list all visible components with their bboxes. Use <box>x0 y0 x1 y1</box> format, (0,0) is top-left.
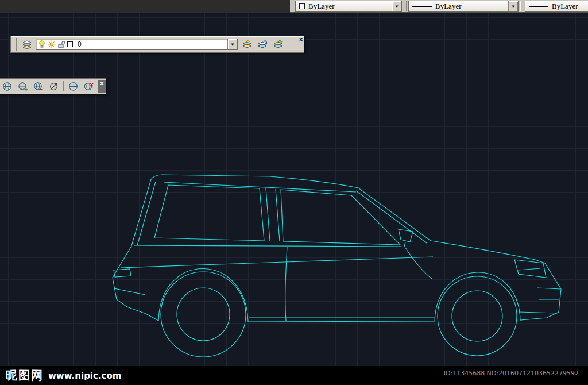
sphere-delete-icon <box>84 82 94 91</box>
toolbar-grip[interactable] <box>404 1 407 11</box>
nipic-site-text: www.nipic.com <box>48 371 121 381</box>
watermark-bar: 昵图网 www.nipic.com ID:11345688 NO:2016071… <box>0 366 588 385</box>
layer-control[interactable]: 0 ▼ <box>36 38 238 50</box>
close-icon[interactable]: x <box>98 80 106 93</box>
sphere-section-icon <box>68 82 78 91</box>
sphere-add-icon <box>18 82 28 91</box>
sphere-subtract-button[interactable] <box>31 79 45 93</box>
sphere-button[interactable] <box>0 79 14 93</box>
color-swatch-icon <box>299 3 305 9</box>
sphere-icon <box>2 82 12 91</box>
null-set-icon <box>49 82 59 91</box>
layer-previous-icon <box>257 40 268 49</box>
view-toolbar: x <box>0 78 106 94</box>
layers-toolbar: 0 ▼ x <box>10 36 304 53</box>
sphere-none-button[interactable] <box>47 79 61 93</box>
sphere-section-button[interactable] <box>66 79 80 93</box>
layer-previous-button[interactable] <box>255 37 269 51</box>
chevron-down-icon[interactable]: ▼ <box>392 1 401 11</box>
linetype-control[interactable]: ByLayer ▼ <box>408 1 519 12</box>
image-id-text: ID:11345688 NO:20160712103652279592 <box>444 369 579 377</box>
sphere-delete-button[interactable] <box>82 79 96 93</box>
make-object-layer-current-icon <box>242 40 252 49</box>
lineweight-control[interactable]: ByLayer <box>525 1 588 12</box>
layer-states-button[interactable] <box>270 37 285 51</box>
toolbar-grip[interactable] <box>14 38 17 51</box>
toolbar-grip[interactable] <box>520 1 523 11</box>
sphere-add-button[interactable] <box>16 79 30 93</box>
unlock-icon[interactable] <box>58 40 65 48</box>
lineweight-control-value: ByLayer <box>552 2 578 11</box>
sun-icon[interactable] <box>48 40 56 48</box>
linetype-control-value: ByLayer <box>435 2 461 11</box>
layer-states-icon <box>273 40 283 49</box>
lightbulb-icon[interactable] <box>38 40 45 48</box>
autocad-window: ByLayer ▼ ByLayer ▼ ByLayer <box>0 0 588 385</box>
toolbar-separator <box>63 81 64 91</box>
color-control[interactable]: ByLayer ▼ <box>295 1 402 12</box>
linetype-line-icon <box>412 6 432 7</box>
color-control-value: ByLayer <box>308 2 334 11</box>
make-object-layer-current-button[interactable] <box>239 37 254 51</box>
object-properties-toolbar: ByLayer ▼ ByLayer ▼ ByLayer <box>0 0 588 13</box>
nipic-logo: 昵图网 <box>6 368 44 383</box>
layer-properties-button[interactable] <box>20 37 34 51</box>
chevron-down-icon[interactable]: ▼ <box>227 39 237 49</box>
close-icon[interactable]: x <box>299 36 303 42</box>
drawing-canvas[interactable] <box>0 13 588 366</box>
current-layer-name: 0 <box>78 40 82 48</box>
layer-color-swatch-icon[interactable] <box>67 41 73 47</box>
layers-icon <box>22 40 32 49</box>
chevron-down-icon[interactable]: ▼ <box>508 1 518 11</box>
lineweight-line-icon <box>529 6 548 7</box>
toolbar-grip[interactable] <box>291 1 293 11</box>
sphere-subtract-icon <box>33 82 43 91</box>
